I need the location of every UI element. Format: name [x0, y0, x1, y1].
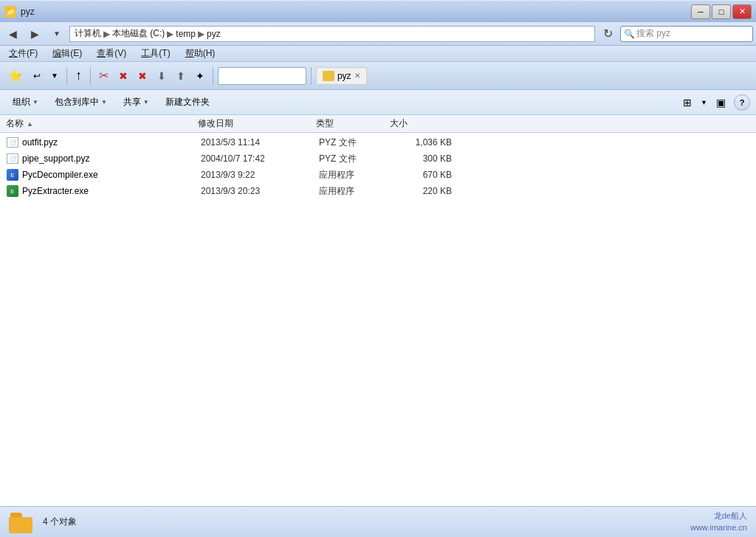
toolbar: ⭐ ↩ ▼ ↑ ✂ ✖ ✖ ⬇ ⬆ ✦ Search pyz ✕ [0, 62, 756, 90]
maximize-button[interactable]: □ [712, 4, 731, 19]
tb-back2[interactable]: ↩ [30, 65, 44, 87]
status-count: 4 个对象 [43, 516, 77, 528]
file-row[interactable]: 📄 outfit.pyz 2013/5/3 11:14 PYZ 文件 1,036… [0, 134, 756, 150]
tb-move2[interactable]: ⬆ [173, 65, 189, 87]
file-row[interactable]: 📄 pipe_support.pyz 2004/10/7 17:42 PYZ 文… [0, 150, 756, 167]
file-type: 应用程序 [319, 185, 393, 198]
menu-edit[interactable]: 编辑(E) [49, 46, 85, 60]
share-arrow: ▼ [143, 99, 149, 105]
forward-button[interactable]: ▶ [25, 25, 44, 43]
tb-new[interactable]: ✦ [192, 65, 208, 87]
file-name: pipe_support.pyz [22, 153, 201, 164]
tb-delete-red[interactable]: ✖ [115, 65, 131, 87]
file-size: 300 KB [393, 153, 452, 164]
file-icon-pyz: 📄 [6, 153, 19, 164]
menu-view[interactable]: 查看(V) [94, 46, 129, 60]
file-icon-exe2: E [6, 185, 19, 197]
tb-cut[interactable]: ✂ [95, 65, 112, 87]
sep2: ▶ [167, 29, 173, 39]
exe2-file-icon: E [7, 185, 18, 197]
tb-up[interactable]: ↑ [72, 65, 86, 87]
preview-pane-button[interactable]: ▣ [710, 93, 731, 112]
file-name: PyzExtracter.exe [22, 186, 201, 196]
address-search-box[interactable]: 🔍 [620, 26, 753, 42]
minimize-button[interactable]: ─ [691, 4, 710, 19]
address-search-input[interactable] [636, 29, 749, 39]
col-date-header[interactable]: 修改日期 [198, 117, 316, 130]
pyz-icon [323, 71, 334, 81]
file-row[interactable]: E PyzExtracter.exe 2013/9/3 20:23 应用程序 2… [0, 183, 756, 199]
file-icon-pyz: 📄 [6, 136, 19, 148]
sep3: ▶ [198, 29, 205, 39]
file-type: PYZ 文件 [319, 153, 393, 165]
file-type: PYZ 文件 [319, 136, 393, 149]
share-button[interactable]: 共享 ▼ [117, 93, 156, 112]
file-date: 2013/9/3 9:22 [201, 170, 319, 180]
file-row[interactable]: E PycDecompiler.exe 2013/9/3 9:22 应用程序 6… [0, 167, 756, 183]
organize-label: 组织 [13, 96, 30, 108]
path-temp: temp [176, 29, 196, 39]
file-list: 📄 outfit.pyz 2013/5/3 11:14 PYZ 文件 1,036… [0, 133, 756, 201]
file-icon-exe: E [6, 169, 19, 181]
file-date: 2013/9/3 20:23 [201, 186, 319, 196]
tb-history[interactable]: ▼ [47, 65, 62, 87]
refresh-button[interactable]: ↻ [598, 25, 617, 43]
col-name-header[interactable]: 名称 ▲ [6, 117, 198, 130]
close-button[interactable]: ✕ [732, 4, 752, 19]
new-folder-label: 新建文件夹 [165, 96, 210, 108]
menu-tools[interactable]: 工具(T) [138, 46, 173, 60]
watermark: 龙de船人 www.imarine.cn [690, 510, 747, 533]
status-left: 4 个对象 [9, 511, 77, 533]
window-title: pyz [21, 7, 35, 17]
tb-delete-red2[interactable]: ✖ [134, 65, 151, 87]
file-name: outfit.pyz [22, 137, 201, 148]
column-headers: 名称 ▲ 修改日期 类型 大小 [0, 115, 756, 133]
tb-favorite[interactable]: ⭐ [4, 65, 27, 87]
address-input[interactable]: 计算机 ▶ 本地磁盘 (C:) ▶ temp ▶ pyz [69, 26, 595, 42]
view-toggle-button[interactable]: ⊞ [677, 93, 698, 112]
right-action-area: ⊞ ▼ ▣ ? [677, 93, 750, 112]
address-bar: ◀ ▶ ▼ 计算机 ▶ 本地磁盘 (C:) ▶ temp ▶ pyz ↻ 🔍 [0, 22, 756, 46]
pyz-file-icon: 📄 [7, 137, 18, 148]
window-icon: 📁 [4, 6, 16, 18]
view-arrow[interactable]: ▼ [701, 99, 707, 106]
search-icon-addr: 🔍 [624, 29, 635, 39]
organize-button[interactable]: 组织 ▼ [6, 93, 45, 112]
back-button[interactable]: ◀ [3, 25, 22, 43]
sort-arrow: ▲ [27, 120, 33, 128]
path-computer: 计算机 [75, 27, 101, 40]
action-bar: 组织 ▼ 包含到库中 ▼ 共享 ▼ 新建文件夹 ⊞ ▼ ▣ ? [0, 90, 756, 115]
file-size: 670 KB [393, 170, 452, 180]
file-size: 1,036 KB [393, 137, 452, 148]
down-arrow-button[interactable]: ▼ [47, 25, 66, 43]
tb-sep2 [90, 67, 91, 85]
pyz-label: pyz [337, 71, 351, 81]
col-type-header[interactable]: 类型 [316, 117, 390, 130]
share-label: 共享 [123, 96, 141, 108]
window-controls: ─ □ ✕ [691, 4, 752, 19]
file-date: 2004/10/7 17:42 [201, 153, 319, 164]
file-type: 应用程序 [319, 169, 393, 181]
menu-bar: 文件(F) 编辑(E) 查看(V) 工具(T) 帮助(H) [0, 46, 756, 62]
path-drive: 本地磁盘 (C:) [112, 27, 165, 40]
search-input[interactable]: Search [218, 67, 306, 85]
menu-file[interactable]: 文件(F) [6, 46, 41, 60]
include-library-button[interactable]: 包含到库中 ▼ [48, 93, 114, 112]
include-library-label: 包含到库中 [55, 96, 99, 108]
file-area: 名称 ▲ 修改日期 类型 大小 📄 outfit.pyz 2013/5/3 11… [0, 115, 756, 506]
tb-sep1 [66, 67, 67, 85]
file-name: PycDecompiler.exe [22, 170, 201, 180]
path-pyz: pyz [207, 29, 221, 39]
pyz-close-icon[interactable]: ✕ [354, 72, 360, 80]
pyz-tag: pyz ✕ [316, 67, 367, 85]
help-button[interactable]: ? [734, 94, 750, 111]
new-folder-button[interactable]: 新建文件夹 [159, 93, 216, 112]
title-bar: 📁 pyz ─ □ ✕ [0, 0, 756, 22]
exe-file-icon: E [7, 169, 18, 181]
file-date: 2013/5/3 11:14 [201, 137, 319, 148]
folder-icon-status [9, 511, 35, 533]
tb-move1[interactable]: ⬇ [154, 65, 170, 87]
col-size-header[interactable]: 大小 [390, 117, 449, 130]
menu-help[interactable]: 帮助(H) [182, 46, 219, 60]
address-path: 计算机 ▶ 本地磁盘 (C:) ▶ temp ▶ pyz [75, 27, 221, 40]
